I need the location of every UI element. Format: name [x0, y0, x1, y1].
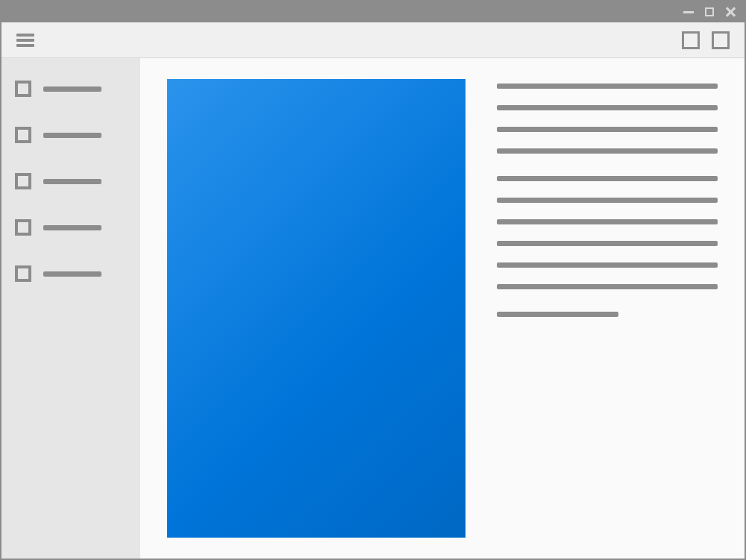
square-icon: [15, 127, 31, 143]
main-content: [140, 58, 745, 559]
detail-line: [497, 148, 718, 154]
window-body: [1, 58, 745, 559]
sidebar-item[interactable]: [15, 219, 127, 236]
titlebar: [1, 1, 745, 22]
square-icon: [15, 219, 31, 236]
detail-line: [497, 84, 718, 89]
window-minimize-button[interactable]: [683, 7, 694, 17]
hamburger-icon: [16, 34, 34, 37]
detail-block: [497, 84, 718, 154]
toolbar-action-b[interactable]: [712, 31, 730, 49]
toolbar: [1, 22, 745, 58]
detail-line: [497, 262, 718, 268]
detail-line: [497, 284, 718, 289]
detail-line: [497, 127, 718, 132]
sidebar-item[interactable]: [15, 81, 127, 97]
toolbar-actions: [682, 31, 730, 49]
maximize-icon: [705, 7, 714, 16]
minimize-icon: [683, 11, 694, 13]
window-maximize-button[interactable]: [704, 7, 715, 17]
detail-line-short: [497, 312, 618, 317]
detail-line: [497, 176, 718, 181]
sidebar-item-label: [43, 133, 101, 138]
sidebar-item[interactable]: [15, 265, 127, 282]
detail-block: [497, 176, 718, 289]
sidebar-item-label: [43, 86, 101, 92]
window-close-button[interactable]: [725, 7, 736, 17]
preview-panel: [167, 79, 466, 538]
sidebar-item-label: [43, 225, 101, 230]
square-icon: [15, 81, 31, 97]
sidebar-item[interactable]: [15, 127, 127, 143]
app-window: [0, 0, 746, 560]
detail-line: [497, 219, 718, 224]
detail-block: [497, 312, 718, 317]
menu-button[interactable]: [16, 34, 34, 47]
detail-line: [497, 241, 718, 246]
detail-line: [497, 198, 718, 203]
hamburger-icon: [16, 39, 34, 42]
sidebar-item-label: [43, 271, 101, 277]
sidebar-item-label: [43, 179, 101, 184]
sidebar: [1, 58, 140, 559]
sidebar-item[interactable]: [15, 173, 127, 189]
close-icon: [725, 7, 736, 17]
square-icon: [15, 265, 31, 282]
square-icon: [15, 173, 31, 189]
details-panel: [497, 79, 718, 538]
toolbar-action-a[interactable]: [682, 31, 700, 49]
hamburger-icon: [16, 44, 34, 47]
detail-line: [497, 105, 718, 110]
